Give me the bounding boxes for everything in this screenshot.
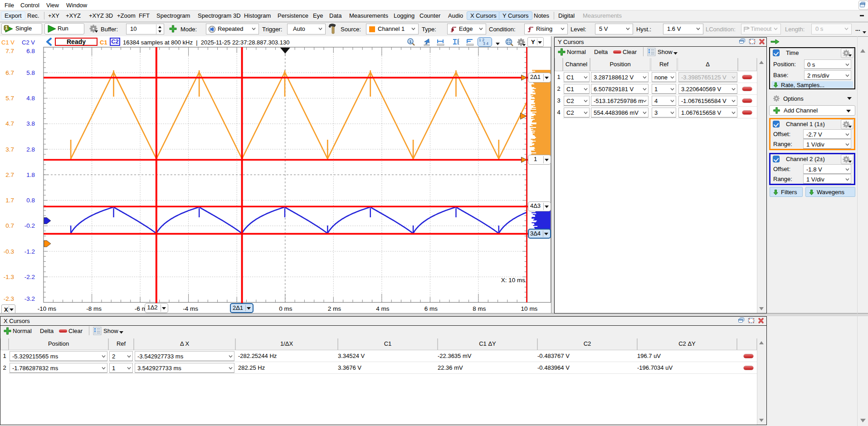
svg-text:6 ms: 6 ms: [424, 305, 438, 312]
svg-text:-3.2: -3.2: [24, 295, 35, 302]
svg-text:4.7: 4.7: [5, 120, 14, 127]
svg-text:6.8: 6.8: [26, 48, 35, 54]
svg-text:7.7: 7.7: [5, 48, 14, 54]
svg-text:5.8: 5.8: [26, 69, 35, 76]
svg-text:0 ms: 0 ms: [279, 305, 293, 312]
svg-text:1.7: 1.7: [5, 197, 14, 204]
svg-text:-2.3: -2.3: [4, 295, 14, 302]
svg-text:0.7: 0.7: [5, 222, 14, 229]
svg-text:4.8: 4.8: [26, 95, 35, 102]
svg-text:-1.2: -1.2: [24, 248, 35, 255]
svg-text:-1.3: -1.3: [4, 274, 14, 280]
svg-text:5.7: 5.7: [5, 95, 14, 102]
svg-text:-0.2: -0.2: [24, 222, 35, 229]
svg-text:0.8: 0.8: [26, 197, 35, 204]
svg-text:2.8: 2.8: [26, 146, 35, 153]
svg-text:2.7: 2.7: [5, 171, 14, 178]
svg-text:10 ms: 10 ms: [521, 305, 538, 312]
svg-text:-10 ms: -10 ms: [38, 305, 57, 312]
svg-text:1.8: 1.8: [26, 171, 35, 178]
svg-text:-2.2: -2.2: [24, 274, 35, 280]
svg-text:2 ms: 2 ms: [328, 305, 341, 312]
svg-text:8 ms: 8 ms: [473, 305, 486, 312]
svg-text:4 ms: 4 ms: [376, 305, 390, 312]
svg-text:6.7: 6.7: [5, 69, 14, 76]
svg-text:X: 10 ms: X: 10 ms: [501, 277, 526, 284]
svg-text:-8 ms: -8 ms: [86, 305, 102, 312]
svg-text:3.7: 3.7: [5, 146, 14, 153]
svg-text:-0.3: -0.3: [4, 248, 14, 255]
svg-text:-4 ms: -4 ms: [183, 305, 198, 312]
svg-text:3.8: 3.8: [26, 120, 35, 127]
